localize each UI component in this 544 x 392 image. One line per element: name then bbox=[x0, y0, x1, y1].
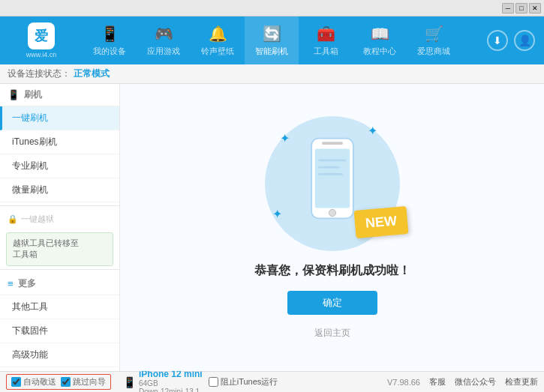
svg-rect-6 bbox=[318, 173, 343, 175]
smart-flash-icon: 🔄 bbox=[263, 25, 281, 43]
nav-store-label: 爱思商城 bbox=[417, 46, 450, 57]
stop-itunes-checkbox[interactable] bbox=[209, 377, 218, 387]
lock-icon: 🔒 bbox=[8, 214, 18, 224]
nav-ringtone-label: 铃声壁纸 bbox=[201, 46, 234, 57]
skip-wizard-checkbox[interactable]: 跳过向导 bbox=[61, 376, 106, 388]
auto-follow-label: 自动敬送 bbox=[23, 376, 56, 388]
checkbox-group: 自动敬送 跳过向导 bbox=[6, 374, 111, 390]
confirm-button[interactable]: 确定 bbox=[287, 291, 377, 315]
my-device-icon: 📱 bbox=[101, 25, 119, 43]
header: 爱 www.i4.cn 📱 我的设备 🎮 应用游戏 🔔 铃声壁纸 🔄 智能刷机 … bbox=[0, 16, 544, 64]
nav-my-device-label: 我的设备 bbox=[93, 46, 126, 57]
pro-flash-label: 专业刷机 bbox=[12, 160, 48, 171]
svg-point-3 bbox=[329, 209, 335, 216]
nav-smart-flash[interactable]: 🔄 智能刷机 bbox=[245, 16, 299, 64]
device-info: iPhone 12 mini 64GB Down-12mini-13,1 bbox=[139, 369, 203, 393]
device-firmware: Down-12mini-13,1 bbox=[139, 388, 203, 393]
skip-wizard-label: 跳过向导 bbox=[73, 376, 106, 388]
nav-toolbox[interactable]: 🧰 工具箱 bbox=[299, 16, 353, 64]
nav-smart-flash-label: 智能刷机 bbox=[255, 46, 288, 57]
toolbox-icon: 🧰 bbox=[317, 25, 335, 43]
sparkle-3: ✦ bbox=[272, 207, 282, 221]
nav-right-buttons: ⬇ 👤 bbox=[487, 30, 544, 51]
close-button[interactable]: ✕ bbox=[529, 3, 541, 13]
sidebar-item-itunes-flash[interactable]: iTunes刷机 bbox=[0, 130, 119, 154]
sidebar-item-other-tools[interactable]: 其他工具 bbox=[0, 295, 119, 319]
nav-ringtone[interactable]: 🔔 铃声壁纸 bbox=[191, 16, 245, 64]
app-logo: 爱 bbox=[28, 22, 55, 49]
nav-tutorial-label: 教程中心 bbox=[363, 46, 396, 57]
auto-follow-input[interactable] bbox=[11, 377, 21, 387]
nav-tutorial[interactable]: 📖 教程中心 bbox=[353, 16, 407, 64]
content-area: NEW ✦ ✦ ✦ 恭喜您，保资料刷机成功啦！ 确定 返回主页 bbox=[120, 84, 544, 371]
sidebar-section-more: ≡ 更多 bbox=[0, 273, 119, 295]
sidebar-item-pro-flash[interactable]: 专业刷机 bbox=[0, 154, 119, 178]
tutorial-icon: 📖 bbox=[371, 25, 389, 43]
sidebar-item-advanced[interactable]: 高级功能 bbox=[0, 343, 119, 367]
download-firmware-label: 下载固件 bbox=[12, 325, 48, 336]
store-icon: 🛒 bbox=[425, 25, 443, 43]
sparkle-2: ✦ bbox=[368, 124, 377, 138]
new-badge: NEW bbox=[353, 206, 408, 238]
flash-section-title: 刷机 bbox=[24, 88, 42, 101]
nav-apps-games[interactable]: 🎮 应用游戏 bbox=[137, 16, 191, 64]
micro-flash-label: 微量刷机 bbox=[12, 184, 48, 195]
sparkle-1: ✦ bbox=[280, 131, 290, 145]
success-panel: NEW ✦ ✦ ✦ 恭喜您，保资料刷机成功啦！ 确定 返回主页 bbox=[254, 116, 410, 340]
check-update-link[interactable]: 检查更新 bbox=[505, 376, 538, 388]
version-text: V7.98.66 bbox=[387, 378, 420, 387]
auto-follow-checkbox[interactable]: 自动敬送 bbox=[11, 376, 56, 388]
nav-toolbox-label: 工具箱 bbox=[314, 46, 338, 57]
jailbreak-note: 越狱工具已转移至工具箱 bbox=[6, 232, 113, 266]
status-label: 设备连接状态： bbox=[8, 67, 71, 80]
device-storage: 64GB bbox=[139, 379, 203, 388]
success-text: 恭喜您，保资料刷机成功啦！ bbox=[254, 263, 410, 279]
bottom-left: 自动敬送 跳过向导 📱 iPhone 12 mini 64GB Down-12m… bbox=[6, 369, 278, 393]
bottom-right: V7.98.66 客服 微信公众号 检查更新 bbox=[387, 376, 538, 388]
wechat-link[interactable]: 微信公众号 bbox=[455, 376, 496, 388]
logo-site-name: www.i4.cn bbox=[26, 51, 57, 58]
nav-my-device[interactable]: 📱 我的设备 bbox=[83, 16, 137, 64]
more-section-title: 更多 bbox=[18, 277, 36, 290]
svg-rect-1 bbox=[314, 148, 349, 208]
itunes-flash-label: iTunes刷机 bbox=[12, 136, 57, 147]
nav-apps-label: 应用游戏 bbox=[147, 46, 180, 57]
bottom-bar: 自动敬送 跳过向导 📱 iPhone 12 mini 64GB Down-12m… bbox=[0, 371, 544, 392]
sidebar-item-micro-flash[interactable]: 微量刷机 bbox=[0, 178, 119, 202]
stop-itunes-label: 阻止iTunes运行 bbox=[221, 376, 278, 388]
maximize-button[interactable]: □ bbox=[515, 3, 527, 13]
main-layout: 📱 刷机 一键刷机 iTunes刷机 专业刷机 微量刷机 🔒 一键越狱 越狱工具… bbox=[0, 84, 544, 371]
ringtone-icon: 🔔 bbox=[209, 25, 227, 43]
status-bar: 设备连接状态： 正常模式 bbox=[0, 64, 544, 84]
nav-store[interactable]: 🛒 爱思商城 bbox=[407, 16, 461, 64]
divider-1 bbox=[0, 205, 119, 206]
svg-rect-4 bbox=[318, 159, 346, 161]
jailbreak-title: 一键越狱 bbox=[21, 214, 54, 225]
svg-rect-2 bbox=[322, 142, 343, 145]
apps-icon: 🎮 bbox=[155, 25, 173, 43]
other-tools-label: 其他工具 bbox=[12, 301, 48, 312]
phone-illustration: NEW ✦ ✦ ✦ bbox=[265, 116, 400, 251]
skip-wizard-input[interactable] bbox=[61, 377, 71, 387]
more-section-icon: ≡ bbox=[8, 278, 14, 289]
sidebar-item-download-firmware[interactable]: 下载固件 bbox=[0, 319, 119, 343]
one-click-flash-label: 一键刷机 bbox=[12, 112, 48, 123]
status-value: 正常模式 bbox=[74, 67, 110, 80]
user-button[interactable]: 👤 bbox=[514, 30, 535, 51]
sidebar-item-one-click-flash[interactable]: 一键刷机 bbox=[0, 106, 119, 130]
device-info-area: 📱 iPhone 12 mini 64GB Down-12mini-13,1 bbox=[123, 369, 203, 393]
support-link[interactable]: 客服 bbox=[429, 376, 446, 388]
minimize-button[interactable]: ─ bbox=[502, 3, 514, 13]
advanced-label: 高级功能 bbox=[12, 349, 48, 360]
nav-bar: 📱 我的设备 🎮 应用游戏 🔔 铃声壁纸 🔄 智能刷机 🧰 工具箱 📖 教程中心… bbox=[83, 16, 487, 64]
sidebar-jailbreak-greyed: 🔒 一键越狱 bbox=[0, 209, 119, 229]
sidebar: 📱 刷机 一键刷机 iTunes刷机 专业刷机 微量刷机 🔒 一键越狱 越狱工具… bbox=[0, 84, 120, 371]
flash-section-icon: 📱 bbox=[8, 89, 20, 100]
divider-2 bbox=[0, 269, 119, 270]
back-link[interactable]: 返回主页 bbox=[314, 327, 350, 340]
logo-area: 爱 www.i4.cn bbox=[0, 16, 83, 64]
device-icon: 📱 bbox=[123, 376, 136, 388]
sidebar-section-flash: 📱 刷机 bbox=[0, 84, 119, 106]
download-button[interactable]: ⬇ bbox=[487, 30, 508, 51]
stop-itunes-area[interactable]: 阻止iTunes运行 bbox=[209, 376, 278, 388]
